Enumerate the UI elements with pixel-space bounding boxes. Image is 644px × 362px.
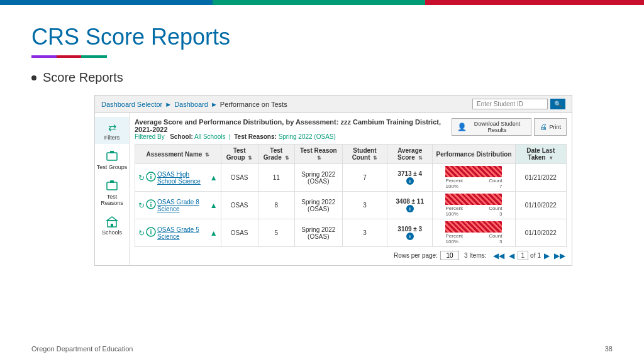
th-test-reason[interactable]: Test Reason ⇅	[294, 145, 342, 164]
report-title: Average Score and Performance Distributi…	[135, 118, 452, 133]
row3-reset-icon[interactable]: ↻	[138, 229, 145, 238]
row2-reset-icon[interactable]: ↻	[138, 201, 145, 210]
row1-perf-bar	[445, 166, 502, 177]
rows-per-page: Rows per page:	[394, 251, 459, 260]
search-area: 🔍	[472, 99, 565, 109]
sidebar-item-filters[interactable]: ⇄ Filters	[95, 117, 129, 144]
schools-icon	[104, 214, 119, 229]
sidebar-item-test-groups[interactable]: Test Groups	[95, 146, 129, 173]
first-page-btn[interactable]: ◀◀	[492, 251, 506, 260]
svg-point-10	[150, 174, 152, 175]
filter-separator: |	[227, 133, 234, 140]
svg-point-13	[150, 202, 152, 203]
row1-test-reason: Spring 2022 (OSAS)	[294, 164, 342, 192]
rows-per-page-input[interactable]	[440, 251, 459, 260]
row3-avg-score: 3109 ± 3 i	[387, 219, 433, 247]
th-student-count[interactable]: Student Count ⇅	[342, 145, 387, 164]
breadcrumb-dashboard-selector[interactable]: Dashboard Selector	[101, 101, 162, 108]
row2-perf-percent-val: 100%	[445, 211, 458, 217]
row3-info-icon[interactable]	[146, 227, 156, 239]
sidebar-filters-label: Filters	[104, 134, 120, 141]
report-filter: Filtered By School: All Schools | Test R…	[135, 133, 452, 140]
row2-perf-dist: Percent Count 100% 3	[433, 192, 515, 219]
row1-name-cell: ↻ OSAS High School Science ▲	[135, 164, 221, 192]
sort-arrows-test-group: ⇅	[248, 155, 252, 161]
test-reasons-icon	[104, 178, 119, 194]
th-test-grade[interactable]: Test Grade ⇅	[258, 145, 294, 164]
row1-avg-score: 3713 ± 4 i	[387, 164, 433, 192]
row2-assessment-link[interactable]: OSAS Grade 8 Science	[157, 199, 209, 212]
row1-icons: ↻ OSAS High School Science ▲	[138, 171, 218, 185]
report-header: Average Score and Performance Distributi…	[135, 118, 567, 140]
row1-reset-icon[interactable]: ↻	[138, 173, 145, 182]
row3-perf-percent-label: Percent	[445, 233, 463, 239]
sidebar-item-schools[interactable]: Schools	[95, 212, 129, 239]
page-title: CRS Score Reports	[31, 24, 613, 50]
next-page-btn[interactable]: ▶	[543, 251, 551, 260]
panel-body: ⇄ Filters Test Groups Test Reasons	[95, 113, 572, 265]
row3-test-grade: 5	[258, 219, 294, 247]
row2-perf-count-val: 3	[499, 211, 502, 217]
row1-perf-percent-val: 100%	[445, 184, 458, 189]
row1-test-grade: 11	[258, 164, 294, 192]
row3-assessment-link[interactable]: OSAS Grade 5 Science	[157, 226, 209, 240]
row2-trend-icon[interactable]: ▲	[210, 201, 218, 210]
row1-date-taken: 01/21/2022	[515, 164, 567, 192]
th-performance-distribution: Performance Distribution	[433, 145, 515, 164]
sort-arrows-test-reason: ⇅	[317, 155, 321, 161]
row3-icons: ↻ OSAS Grade 5 Science ▲	[138, 226, 218, 240]
sidebar-schools-label: Schools	[102, 229, 122, 236]
row2-score-info[interactable]: i	[406, 205, 414, 212]
th-assessment-name[interactable]: Assessment Name ⇅	[135, 145, 221, 164]
panel-header: Dashboard Selector ► Dashboard ► Perform…	[95, 96, 572, 113]
svg-rect-8	[111, 224, 113, 227]
row1-student-count: 7	[342, 164, 387, 192]
row3-perf-count-label: Count	[489, 233, 502, 239]
breadcrumb-dashboard[interactable]: Dashboard	[174, 101, 208, 108]
row1-info-icon[interactable]	[146, 172, 156, 184]
download-label: Download Student Results	[469, 121, 526, 133]
row3-trend-icon[interactable]: ▲	[210, 229, 218, 238]
filter-school-value: All Schools	[194, 133, 225, 140]
print-label: Print	[549, 124, 561, 130]
sidebar-item-test-reasons[interactable]: Test Reasons	[95, 176, 129, 210]
svg-point-16	[150, 229, 152, 231]
row3-perf-labels: Percent Count	[445, 233, 502, 239]
breadcrumb-arrow-2: ►	[211, 101, 218, 108]
prev-page-btn[interactable]: ◀	[508, 251, 516, 260]
th-date-taken[interactable]: Date Last Taken ▼	[515, 145, 567, 164]
filters-icon: ⇄	[104, 119, 119, 134]
th-test-group[interactable]: Test Group ⇅	[221, 145, 258, 164]
row2-perf-bar-container: Percent Count 100% 3	[436, 194, 511, 217]
top-bar	[0, 0, 644, 5]
row2-info-icon[interactable]	[146, 199, 156, 211]
pagination-row: Rows per page: 3 Items: ◀◀ ◀ 1 of 1 ▶ ▶▶	[135, 251, 567, 260]
sort-arrows-assessment: ⇅	[205, 152, 209, 158]
dashboard-panel: Dashboard Selector ► Dashboard ► Perform…	[94, 95, 572, 266]
data-table: Assessment Name ⇅ Test Group ⇅ Test Grad…	[135, 144, 567, 247]
row1-trend-icon[interactable]: ▲	[210, 173, 218, 182]
row1-perf-dist: Percent Count 100% 7	[433, 164, 515, 192]
row3-student-count: 3	[342, 219, 387, 247]
row3-score-info[interactable]: i	[406, 233, 414, 240]
sidebar-test-groups-label: Test Groups	[97, 164, 128, 171]
svg-marker-7	[107, 217, 117, 221]
row1-perf-bar-container: Percent Count 100% 7	[436, 166, 511, 189]
row1-test-group: OSAS	[221, 164, 258, 192]
download-btn[interactable]: 👤 Download Student Results	[452, 118, 532, 136]
th-average-score[interactable]: Average Score ⇅	[387, 145, 433, 164]
sort-arrows-date: ▼	[548, 155, 553, 161]
row1-perf-values: 100% 7	[445, 184, 502, 189]
last-page-btn[interactable]: ▶▶	[553, 251, 567, 260]
search-button[interactable]: 🔍	[550, 99, 565, 109]
bullet-dot	[31, 75, 36, 80]
row1-assessment-link[interactable]: OSAS High School Science	[157, 171, 209, 185]
footer-right: 38	[605, 345, 613, 353]
print-btn[interactable]: 🖨 Print	[534, 118, 567, 136]
sort-arrows-avg-score: ⇅	[418, 155, 423, 161]
footer-left: Oregon Department of Education	[31, 345, 133, 353]
row3-name-cell: ↻ OSAS Grade 5 Science ▲	[135, 219, 221, 247]
student-id-input[interactable]	[472, 99, 548, 109]
row1-score-info[interactable]: i	[406, 177, 414, 185]
row2-test-group: OSAS	[221, 192, 258, 219]
